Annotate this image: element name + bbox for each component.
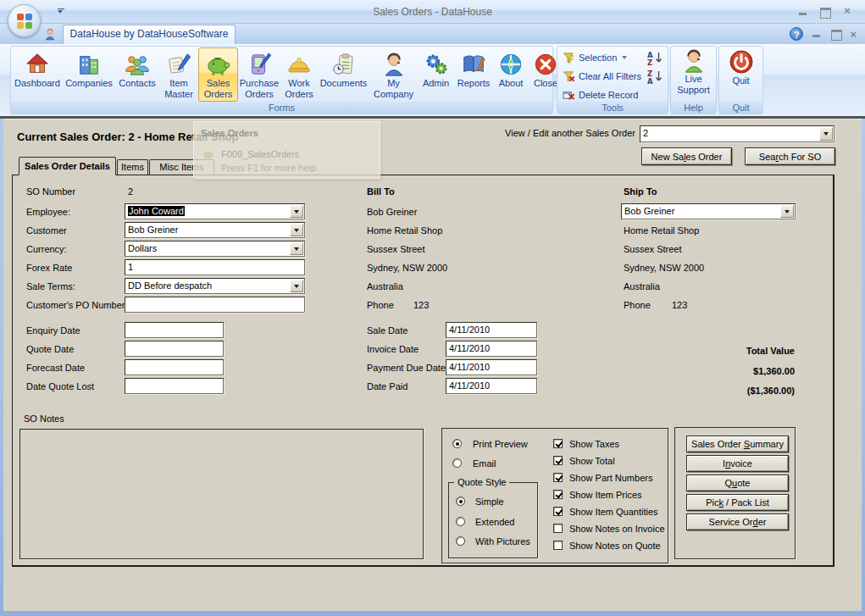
bill-to-phone-label: Phone [367, 300, 394, 310]
quote-button[interactable]: Quote [686, 474, 789, 491]
invoice-date-label: Invoice Date [367, 344, 419, 354]
forex-rate-input[interactable]: 1 [125, 259, 305, 275]
minimize-button[interactable] [797, 7, 809, 17]
ribbon-group-tools: Selection Clear All Filters Delete Recor… [557, 46, 668, 114]
selection-button[interactable]: Selection [563, 50, 627, 65]
live-support-button[interactable]: Live Support [671, 48, 716, 96]
ribbon-button-dashboard[interactable]: Dashboard [12, 47, 63, 102]
title-bar: Sales Orders - DataHouse × [0, 0, 865, 24]
show-notes-on-invoice-checkbox[interactable] [553, 524, 563, 533]
customer-select[interactable]: Bob Greiner [125, 222, 305, 238]
support-person-icon [381, 50, 407, 78]
show-taxes-checkbox[interactable] [553, 439, 563, 448]
ribbon-group-quit: Quit Quit [718, 46, 763, 114]
ribbon-button-purchase-orders[interactable]: PurchaseOrders [238, 47, 280, 102]
show-item-quantities-checkbox[interactable] [553, 507, 563, 516]
currency-select[interactable]: Dollars [125, 241, 305, 257]
live-support-icon [681, 48, 707, 74]
ribbon-button-contacts[interactable]: Contacts [115, 47, 159, 102]
quote-style-simple-radio[interactable] [456, 497, 465, 506]
sale-date-input[interactable]: 4/11/2010 [446, 322, 537, 338]
ribbon-group-label-tools: Tools [557, 102, 668, 114]
office-button[interactable] [8, 4, 41, 37]
invoice-button[interactable]: Invoice [686, 455, 789, 472]
customer-po-label: Customer's PO Number [26, 300, 125, 310]
quote-style-extended-radio[interactable] [456, 517, 465, 526]
customer-po-input[interactable] [125, 297, 305, 313]
quote-style-with-pictures-radio[interactable] [456, 536, 465, 546]
dropdown-arrow-icon[interactable] [290, 242, 303, 255]
payment-due-date-input[interactable]: 4/11/2010 [446, 359, 537, 375]
email-label: Email [473, 458, 496, 469]
sort-descending-button[interactable]: ZA [645, 68, 665, 85]
quote-style-with-pictures-label: With Pictures [475, 536, 530, 547]
show-notes-on-quote-checkbox[interactable] [553, 541, 563, 550]
doc-close-button[interactable]: × [850, 28, 857, 41]
dropdown-arrow-icon[interactable] [290, 224, 303, 236]
show-item-prices-checkbox[interactable] [553, 490, 563, 499]
print-preview-radio[interactable] [452, 439, 462, 448]
app-tab[interactable]: DataHouse by DataHouseSoftware [63, 25, 236, 44]
enquiry-date-label: Enquiry Date [26, 325, 80, 336]
date-paid-label: Date Paid [367, 381, 408, 391]
employee-select[interactable]: John Coward [125, 203, 305, 219]
quit-button[interactable]: Quit [719, 48, 762, 86]
maximize-button[interactable] [819, 7, 831, 17]
date-paid-input[interactable]: 4/11/2010 [446, 378, 537, 394]
sort-ascending-button[interactable]: AZ [645, 49, 665, 66]
tab-sales-order-details[interactable]: Sales Order Details [19, 157, 116, 175]
date-quote-lost-input[interactable] [125, 378, 224, 394]
ribbon-button-documents[interactable]: Documents [318, 47, 369, 102]
quick-access-toolbar-arrow[interactable] [56, 8, 68, 18]
ribbon-button-about[interactable]: About [493, 47, 529, 102]
show-part-numbers-checkbox[interactable] [553, 473, 563, 482]
bill-to-name: Bob Greiner [367, 207, 417, 217]
sale-terms-select[interactable]: DD Before despatch [125, 278, 305, 294]
pick-pack-list-button[interactable]: Pick / Pack List [686, 494, 789, 511]
book-pen-icon [461, 50, 486, 78]
dropdown-arrow-icon[interactable] [819, 127, 833, 141]
show-total-checkbox[interactable] [553, 456, 563, 465]
dropdown-arrow-icon[interactable] [780, 205, 794, 218]
tab-misc-items[interactable]: Misc Items [149, 159, 214, 175]
ship-to-company: Home Retail Shop [624, 225, 699, 236]
sales-order-summary-button[interactable]: Sales Order Summary [686, 436, 789, 452]
bill-to-street: Sussex Street [367, 244, 424, 254]
doc-restore-button[interactable] [830, 29, 842, 39]
ribbon-button-reports[interactable]: Reports [454, 47, 493, 102]
gears-icon [424, 50, 449, 78]
help-icon[interactable]: ? [790, 27, 803, 41]
service-order-button[interactable]: Service Order [686, 513, 789, 530]
doc-minimize-button[interactable] [811, 29, 823, 39]
ribbon-button-admin[interactable]: Admin [418, 47, 454, 102]
email-radio[interactable] [452, 458, 462, 468]
quote-date-input[interactable] [125, 341, 224, 357]
ribbon-button-my-company[interactable]: MyCompany [369, 47, 418, 102]
close-window-button[interactable]: × [841, 7, 853, 17]
forecast-date-input[interactable] [125, 359, 224, 375]
delete-record-button[interactable]: Delete Record [563, 87, 638, 103]
so-notes-textarea[interactable] [19, 429, 424, 559]
notepad-pencil-icon [166, 50, 191, 78]
ribbon-button-sales-orders[interactable]: SalesOrders [198, 47, 238, 102]
sales-order-select[interactable]: 2 [640, 125, 835, 142]
invoice-date-input[interactable]: 4/11/2010 [446, 341, 537, 357]
tab-items[interactable]: Items [117, 159, 148, 175]
enquiry-date-input[interactable] [125, 322, 224, 338]
sale-date-label: Sale Date [367, 325, 408, 336]
ribbon-group-label-help: Help [671, 102, 716, 114]
ribbon-button-item-master[interactable]: ItemMaster [159, 47, 198, 102]
new-sales-order-button[interactable]: New Sales Order [641, 147, 732, 165]
forex-rate-label: Forex Rate [26, 263, 72, 273]
search-for-so-button[interactable]: Search For SO [745, 147, 835, 165]
so-notes-label: SO Notes [24, 413, 64, 424]
dropdown-arrow-icon[interactable] [290, 205, 303, 218]
dropdown-arrow-icon[interactable] [290, 280, 303, 292]
ribbon-button-work-orders[interactable]: WorkOrders [280, 47, 318, 102]
ship-to-select[interactable]: Bob Greiner [621, 203, 796, 219]
clear-all-filters-button[interactable]: Clear All Filters [563, 69, 641, 84]
ribbon-button-companies[interactable]: Companies [63, 47, 115, 102]
print-preview-label: Print Preview [473, 439, 528, 449]
ribbon: Dashboard Companies Contacts ItemMaster … [0, 44, 865, 119]
sales-order-details-page: SO Number 2 Employee: John Coward Custom… [12, 175, 835, 567]
